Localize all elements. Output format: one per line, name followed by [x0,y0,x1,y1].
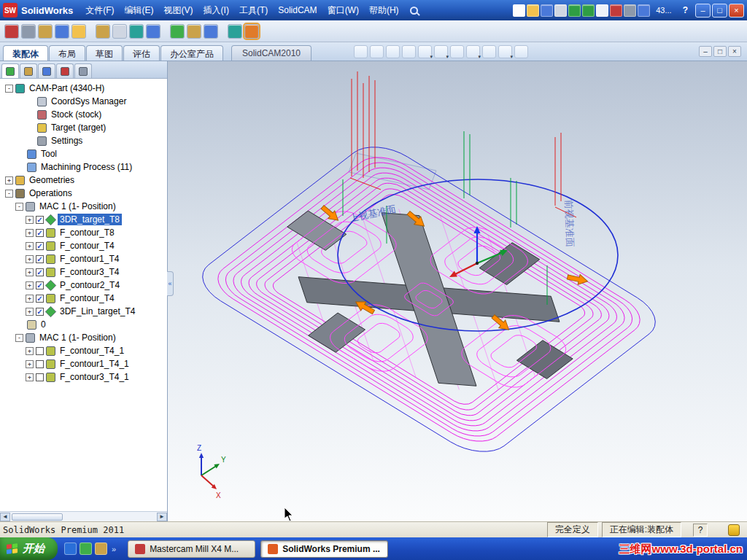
options-icon[interactable] [624,4,636,17]
configuration-manager-tab[interactable] [56,63,74,78]
close-button[interactable]: × [729,4,744,18]
doc-close-button[interactable]: × [728,46,741,57]
scroll-left-arrow[interactable]: ◄ [0,513,10,521]
scroll-right-arrow[interactable]: ► [157,513,167,521]
checkbox-checked[interactable]: ✓ [36,216,44,224]
save-icon[interactable] [541,4,553,17]
collapse-icon[interactable]: - [15,334,23,342]
zoom-area-icon[interactable] [370,45,384,58]
checkbox-checked[interactable]: ✓ [36,255,44,263]
tree-row[interactable]: +F_contour1_T4_1 [1,357,167,370]
solidcam-manager-tab[interactable] [1,63,19,78]
checkbox-checked[interactable]: ✓ [36,281,44,289]
tree-row[interactable]: +✓F_contour_T4 [1,239,167,252]
expand-icon[interactable]: + [26,373,34,381]
display-style-icon[interactable]: ▾ [434,45,448,58]
menu-item-6[interactable]: 窗口(W) [322,2,364,19]
status-help-button[interactable]: ? [693,524,708,537]
media-player-icon[interactable] [95,542,107,555]
expand-icon[interactable]: + [26,308,34,316]
scroll-thumb[interactable] [12,513,63,521]
quick-launch-overflow-icon[interactable]: » [112,545,116,553]
component-move-icon[interactable] [170,24,185,39]
checkbox-unchecked[interactable] [36,360,44,368]
new-document-icon[interactable] [513,4,525,17]
section-view-icon[interactable] [402,45,416,58]
edit-appearance-icon[interactable]: ▾ [466,45,480,58]
restore-button[interactable]: □ [712,4,727,18]
tool-table-icon[interactable] [228,24,242,39]
coordinate-system-icon[interactable] [204,24,218,39]
command-tab-1[interactable]: 布局 [49,45,85,61]
collapse-icon[interactable]: - [5,85,13,93]
previous-view-icon[interactable] [386,45,400,58]
column-settings-icon[interactable] [55,24,69,39]
property-manager-tab[interactable] [38,63,55,78]
expand-icon[interactable]: + [5,176,13,184]
command-tab-0[interactable]: 装配体 [3,45,48,61]
camera-icon[interactable] [514,45,528,58]
menu-item-2[interactable]: 视图(V) [159,2,198,19]
undo-icon[interactable] [568,4,581,17]
menu-item-1[interactable]: 编辑(E) [120,2,159,19]
search-icon[interactable] [410,7,418,15]
collapse-icon[interactable]: - [5,190,13,198]
macro-icon[interactable] [96,24,110,39]
redo-icon[interactable] [582,4,595,17]
machine-simulation-icon[interactable] [244,24,259,39]
feature-manager-tab[interactable] [20,63,37,78]
minimize-button[interactable]: – [695,4,711,18]
hide-items-icon[interactable] [450,45,464,58]
checkbox-checked[interactable]: ✓ [36,268,44,276]
collapse-icon[interactable]: - [15,203,23,211]
tree-row[interactable]: +✓F_contour1_T4 [1,252,167,265]
checkbox-unchecked[interactable] [36,373,44,381]
tree-row[interactable]: +✓3DF_Lin_target_T4 [1,305,167,318]
select-pointer-icon[interactable] [596,4,608,17]
tree-row[interactable]: -MAC 1 (1- Position) [1,200,167,213]
tree-row[interactable]: +F_contour3_T4_1 [1,370,167,384]
expand-icon[interactable]: + [26,347,34,355]
taskbar-task-1[interactable]: SolidWorks Premium ... [260,540,388,558]
expand-icon[interactable]: + [26,242,34,250]
expand-icon[interactable]: + [26,255,34,263]
screen-split-icon[interactable] [21,24,36,39]
tree-row[interactable]: Stock (stock) [1,108,167,121]
tree-row[interactable]: +✓F_contour_T8 [1,226,167,239]
command-tab-2[interactable]: 草图 [86,45,123,61]
expand-icon[interactable]: + [26,281,34,289]
start-button[interactable]: 开始 [0,537,58,560]
show-desktop-icon[interactable] [80,542,92,555]
doc-restore-button[interactable]: □ [713,46,727,57]
tree-row[interactable]: +Geometries [1,174,167,187]
pin-icon[interactable] [4,24,19,39]
tree-row[interactable]: +✓3DR_target_T8 [1,213,167,226]
tree-row[interactable]: +✓F_contour3_T4 [1,265,167,279]
open-icon[interactable] [527,4,539,17]
tree-row[interactable]: Tool [1,147,167,160]
checkbox-checked[interactable]: ✓ [36,242,44,250]
internet-explorer-icon[interactable] [64,542,77,555]
tree-row[interactable]: Settings [1,134,167,147]
checkbox-checked[interactable]: ✓ [36,229,44,237]
checkbox-unchecked[interactable] [36,347,44,355]
zoom-fit-icon[interactable] [354,45,368,58]
menu-item-4[interactable]: 工具(T) [234,2,273,19]
tree-row[interactable]: -MAC 1 (1- Position) [1,331,167,344]
expand-icon[interactable]: + [26,268,34,276]
tree-row[interactable]: Machining Process (11) [1,160,167,174]
tree-horizontal-scrollbar[interactable]: ◄ ► [0,511,167,521]
tree-row[interactable]: -Operations [1,187,167,200]
panel-collapse-handle[interactable]: « [167,271,174,296]
tree-row[interactable]: +✓F_contour_T4 [1,292,167,305]
tree-row[interactable]: Target (target) [1,121,167,134]
pattern-icon[interactable] [187,24,201,39]
mate-icon[interactable] [146,24,160,39]
tree-row[interactable]: +✓P_contour2_T4 [1,279,167,292]
doc-minimize-button[interactable]: – [699,46,712,57]
view-orientation-icon[interactable]: ▾ [418,45,432,58]
expand-icon[interactable]: + [26,360,34,368]
new-window-icon[interactable] [112,24,127,39]
command-tab-3[interactable]: 评估 [123,45,160,61]
graphics-viewport[interactable]: 上视基准面 前视基准面 Z Y X [168,61,747,521]
